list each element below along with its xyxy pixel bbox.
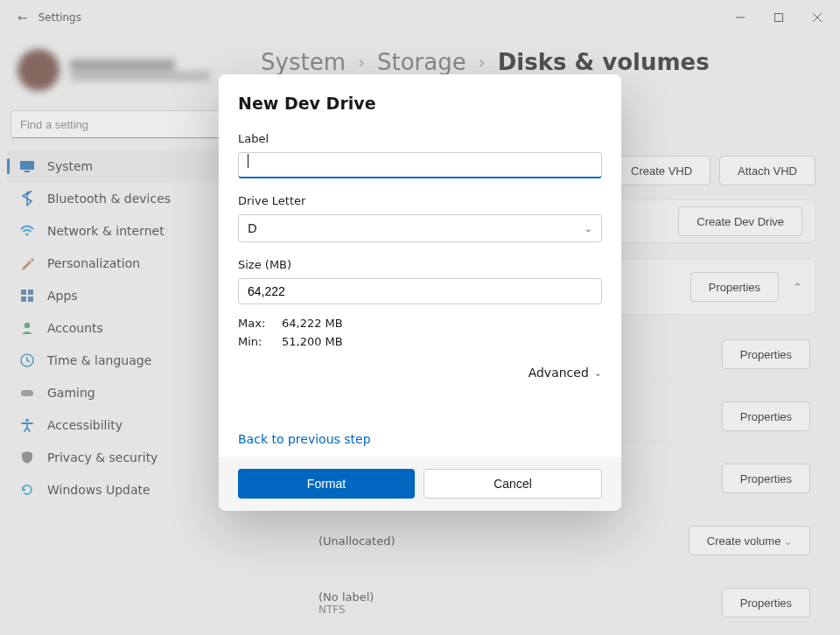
label-field-label: Label bbox=[238, 132, 602, 145]
cancel-button[interactable]: Cancel bbox=[424, 469, 602, 499]
dialog-title: New Dev Drive bbox=[238, 94, 602, 113]
size-field-label: Size (MB) bbox=[238, 258, 602, 271]
size-input[interactable] bbox=[238, 278, 602, 304]
back-to-previous-link[interactable]: Back to previous step bbox=[238, 432, 371, 446]
drive-letter-label: Drive Letter bbox=[238, 194, 602, 207]
new-dev-drive-dialog: New Dev Drive Label Drive Letter D ⌄ Siz… bbox=[219, 74, 621, 511]
format-button[interactable]: Format bbox=[238, 469, 415, 499]
max-label: Max: bbox=[238, 317, 282, 330]
advanced-toggle[interactable]: Advanced ⌄ bbox=[238, 366, 602, 380]
chevron-down-icon: ⌄ bbox=[594, 367, 602, 379]
label-input[interactable] bbox=[238, 152, 602, 178]
drive-letter-value: D bbox=[248, 221, 257, 235]
advanced-label: Advanced bbox=[528, 366, 589, 380]
chevron-down-icon: ⌄ bbox=[584, 223, 592, 234]
max-value: 64,222 MB bbox=[282, 317, 602, 330]
drive-letter-select[interactable]: D ⌄ bbox=[238, 214, 602, 242]
min-value: 51,200 MB bbox=[282, 335, 602, 348]
min-label: Min: bbox=[238, 335, 282, 348]
